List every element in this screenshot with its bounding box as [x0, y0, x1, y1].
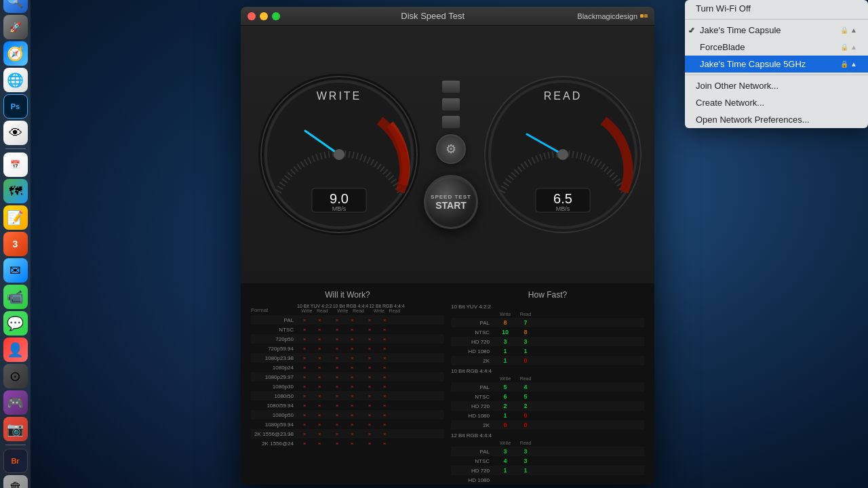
jakes-right-icons: 🔒 ▲: [840, 26, 857, 34]
right-row-label: HD 720: [451, 339, 495, 345]
maximize-button[interactable]: [272, 12, 280, 20]
read-cell: 0: [515, 422, 536, 428]
table-cell: ×: [330, 346, 344, 352]
right-row-label: PAL: [451, 320, 495, 326]
dock-item-messages[interactable]: 💬: [3, 311, 28, 336]
dock-item-contacts[interactable]: 👤: [3, 338, 28, 362]
table-cell: ×: [330, 384, 344, 390]
table-cell: ×: [312, 336, 327, 342]
start-top-label: SPEED TEST: [431, 194, 471, 200]
dock-item-photoshop[interactable]: Ps: [3, 94, 28, 119]
open-network-prefs-item[interactable]: Open Network Preferences...: [685, 111, 868, 128]
table-cell: ×: [377, 346, 392, 352]
group3-rows: PAL33NTSC43HD 72011HD 1080: [451, 447, 644, 485]
dock-item-br[interactable]: Br: [3, 449, 28, 473]
table-cell: ×: [297, 431, 312, 437]
table-cell: ×: [362, 441, 377, 447]
square-btn-2[interactable]: [441, 98, 460, 111]
menu-divider-2: [685, 75, 868, 75]
row-label: 1080p50: [251, 412, 297, 418]
write-cell: 2: [495, 403, 515, 409]
write-cell: 3: [495, 448, 515, 455]
rgb12-read-header: Read: [387, 308, 402, 313]
title-bar: Disk Speed Test Blackmagicdesign: [241, 7, 654, 26]
group3-col-headers: Write Read: [451, 441, 644, 445]
right-table-row: PAL54: [451, 382, 644, 392]
read-cell: 0: [515, 357, 536, 364]
dock-item-num3[interactable]: 3: [3, 232, 28, 256]
table-cell: ×: [297, 374, 312, 380]
join-other-network-item[interactable]: Join Other Network...: [685, 77, 868, 94]
table-cell: ×: [344, 403, 359, 409]
dock-item-facetime2[interactable]: 📷: [3, 417, 28, 441]
right-table-row: NTSC108: [451, 327, 644, 337]
dock-item-mail[interactable]: ✉: [3, 258, 28, 283]
right-table-row: PAL87: [451, 318, 644, 327]
row-label: 1080p24: [251, 365, 297, 371]
dock-item-maps[interactable]: 🗺: [3, 179, 28, 203]
dock-item-safari[interactable]: 🧭: [3, 41, 28, 66]
read-gauge: READ 6.5 MB/s: [478, 70, 648, 239]
table-row: NTSC××××××: [251, 325, 444, 334]
group2-col-headers: Write Read: [451, 376, 644, 381]
row-label: 1080p59.94: [251, 422, 297, 428]
will-it-work-title: Will it Work?: [251, 290, 444, 300]
table-cell: ×: [344, 393, 359, 399]
table-cell: ×: [362, 412, 377, 418]
square-btn-1[interactable]: [441, 80, 460, 94]
table-cell: ×: [330, 317, 344, 323]
table-row: 1080p59.94××××××: [251, 420, 444, 429]
dock-item-launchpad[interactable]: 🚀: [3, 15, 28, 39]
dock-item-preview[interactable]: 👁: [3, 121, 28, 145]
yuv-read-header: Read: [315, 308, 330, 313]
right-row-label: HD 720: [451, 468, 495, 474]
right-row-label: PAL: [451, 449, 495, 455]
settings-gear-button[interactable]: ⚙: [436, 134, 466, 164]
minimize-button[interactable]: [260, 12, 268, 20]
right-table-row: HD 72033: [451, 337, 644, 346]
close-button[interactable]: [248, 12, 256, 20]
right-table-row: NTSC65: [451, 392, 644, 401]
dock-item-game[interactable]: 🎮: [3, 390, 28, 415]
right-table-row: 2K10: [451, 356, 644, 365]
right-table-row: PAL33: [451, 447, 644, 456]
forceblade-item[interactable]: ForceBlade 🔒 ▲: [685, 39, 868, 56]
table-cell: ×: [344, 365, 359, 371]
table-cell: ×: [344, 374, 359, 380]
table-cell: ×: [362, 384, 377, 390]
table-cell: ×: [344, 412, 359, 418]
row-label: 720p59.94: [251, 346, 297, 352]
turn-wifi-off-item[interactable]: Turn Wi-Fi Off: [685, 0, 868, 17]
dock-item-facetime[interactable]: 📹: [3, 285, 28, 309]
table-cell: ×: [312, 403, 327, 409]
dock-item-chrome[interactable]: 🌐: [3, 68, 28, 92]
read-col-header-3: Read: [515, 441, 536, 445]
table-cell: ×: [362, 327, 377, 333]
window-controls: [248, 12, 280, 20]
table-row: 1080p30××××××: [251, 382, 444, 391]
row-label: 1080i50: [251, 393, 297, 399]
app-window: Disk Speed Test Blackmagicdesign WRITE: [241, 7, 654, 485]
dock-item-trash[interactable]: 🗑: [3, 475, 28, 488]
dock-item-ical[interactable]: 📅: [3, 152, 28, 177]
dock-item-spotlight[interactable]: ⊙: [3, 364, 28, 388]
start-button[interactable]: SPEED TEST START: [424, 175, 478, 229]
table-cell: ×: [344, 431, 359, 437]
table-cell: ×: [330, 403, 344, 409]
table-cell: ×: [312, 393, 327, 399]
dock-item-finder[interactable]: 🔍: [3, 0, 28, 13]
brand-logo: Blackmagicdesign: [577, 12, 648, 20]
write-cell: 1: [495, 467, 515, 474]
table-row: 1080i50××××××: [251, 391, 444, 401]
jakes-time-capsule-item[interactable]: ✓ Jake's Time Capsule 🔒 ▲: [685, 22, 868, 39]
jakes-5ghz-item[interactable]: Jake's Time Capsule 5GHz 🔒 ▲: [685, 56, 868, 73]
read-cell: 8: [515, 329, 536, 336]
create-network-item[interactable]: Create Network...: [685, 94, 868, 111]
dock-item-notes[interactable]: 📝: [3, 205, 28, 230]
read-cell: 3: [515, 448, 536, 455]
table-cell: ×: [297, 412, 312, 418]
forceblade-label: ForceBlade: [700, 42, 745, 52]
right-row-label: 2K: [451, 358, 495, 364]
read-cell: 7: [515, 319, 536, 326]
square-btn-3[interactable]: [441, 115, 460, 129]
